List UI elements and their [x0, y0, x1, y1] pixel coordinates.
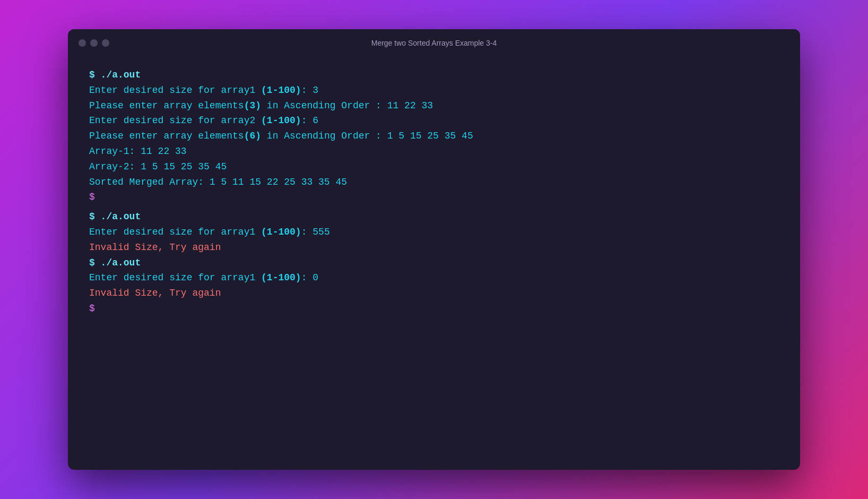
close-button-icon[interactable] [79, 39, 86, 47]
line-4: Enter desired size for array2 (1-100): 6 [89, 113, 779, 128]
line-8: Sorted Merged Array: 1 5 11 15 22 25 33 … [89, 175, 779, 190]
line-6: Array-1: 11 22 33 [89, 144, 779, 159]
line-2: Enter desired size for array1 (1-100): 3 [89, 83, 779, 98]
line-16: $ [89, 301, 779, 316]
line-13: $ ./a.out [89, 255, 779, 271]
traffic-lights [79, 39, 109, 47]
line-9: $ [89, 190, 779, 205]
maximize-button-icon[interactable] [102, 39, 109, 47]
line-11: Enter desired size for array1 (1-100): 5… [89, 225, 779, 240]
window-title: Merge two Sorted Arrays Example 3-4 [371, 39, 497, 47]
line-3: Please enter array elements(3) in Ascend… [89, 98, 779, 114]
line-10: $ ./a.out [89, 209, 779, 225]
line-1: $ ./a.out [89, 67, 779, 83]
terminal-body[interactable]: $ ./a.out Enter desired size for array1 … [68, 57, 800, 470]
line-5: Please enter array elements(6) in Ascend… [89, 128, 779, 144]
title-bar: Merge two Sorted Arrays Example 3-4 [68, 29, 800, 57]
spacer-1 [89, 205, 779, 209]
line-12: Invalid Size, Try again [89, 240, 779, 255]
line-15: Invalid Size, Try again [89, 286, 779, 301]
line-7: Array-2: 1 5 15 25 35 45 [89, 159, 779, 175]
terminal-window: Merge two Sorted Arrays Example 3-4 $ ./… [68, 29, 800, 470]
minimize-button-icon[interactable] [90, 39, 98, 47]
line-14: Enter desired size for array1 (1-100): 0 [89, 270, 779, 286]
